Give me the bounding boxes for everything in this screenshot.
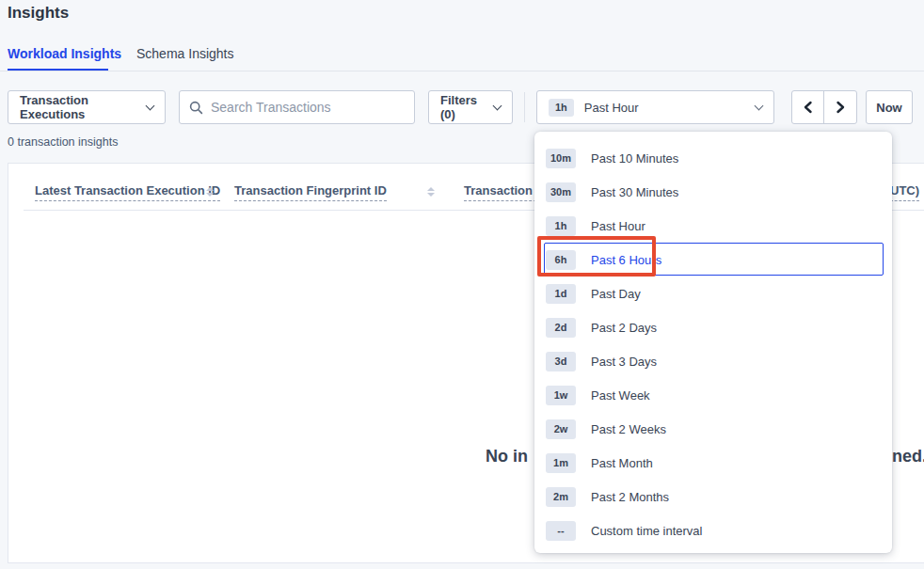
time-option-badge: 30m [546, 182, 576, 202]
sort-icon[interactable] [206, 187, 214, 197]
time-interval-option[interactable]: 30m Past 30 Minutes [534, 175, 892, 209]
time-option-label: Past 2 Days [591, 321, 657, 335]
page-title: Insights [8, 4, 69, 23]
time-option-badge: 2m [546, 487, 576, 507]
time-option-label: Past 2 Weeks [591, 422, 666, 436]
time-next-button[interactable] [824, 91, 856, 123]
search-input[interactable] [211, 100, 405, 115]
sort-icon[interactable] [427, 187, 435, 197]
time-option-label: Past 30 Minutes [591, 185, 678, 199]
tab-schema-insights[interactable]: Schema Insights [136, 46, 234, 61]
empty-state-text-right: ned. [892, 447, 924, 466]
time-option-label: Past 6 Hours [591, 253, 661, 267]
tabs-divider [0, 71, 924, 71]
time-interval-option[interactable]: 2m Past 2 Months [534, 480, 892, 514]
time-nav-arrows [791, 90, 857, 124]
time-option-badge: 10m [546, 149, 576, 168]
workload-type-label: Transaction Executions [20, 93, 137, 121]
time-interval-option[interactable]: 1h Past Hour [534, 209, 892, 243]
time-interval-picker[interactable]: 1h Past Hour [536, 90, 774, 124]
column-header-latest-transaction-execution-id[interactable]: Latest Transaction Execution ID [35, 183, 220, 201]
time-option-badge: 1d [546, 284, 576, 304]
time-option-badge: -- [546, 521, 576, 541]
chevron-left-icon [803, 101, 814, 114]
time-interval-label: Past Hour [584, 101, 746, 115]
time-option-badge: 1m [546, 453, 576, 473]
time-option-badge: 1w [546, 386, 576, 405]
workload-type-dropdown-button[interactable]: Transaction Executions [8, 90, 166, 124]
chevron-down-icon [146, 101, 155, 110]
chevron-down-icon [755, 101, 764, 110]
time-interval-option[interactable]: 3d Past 3 Days [534, 344, 892, 378]
filters-button[interactable]: Filters (0) [428, 90, 513, 124]
time-interval-option[interactable]: 2w Past 2 Weeks [534, 412, 892, 446]
time-option-badge: 2d [546, 318, 576, 338]
time-option-label: Past Month [591, 456, 653, 470]
column-header-utc-truncated[interactable]: UTC) [890, 183, 919, 201]
filters-label: Filters (0) [440, 93, 485, 121]
tab-workload-insights[interactable]: Workload Insights [8, 46, 121, 61]
time-option-label: Past 2 Months [591, 490, 669, 504]
time-interval-option[interactable]: 1d Past Day [534, 277, 892, 310]
time-option-label: Past Hour [591, 219, 645, 233]
time-interval-option[interactable]: 2d Past 2 Days [534, 310, 892, 344]
now-label: Now [876, 101, 901, 115]
search-box[interactable] [179, 90, 415, 124]
time-interval-badge: 1h [549, 99, 574, 117]
insights-count-text: 0 transaction insights [8, 135, 118, 149]
time-option-badge: 3d [546, 352, 576, 371]
time-option-badge: 1h [546, 216, 576, 236]
chevron-down-icon [493, 101, 502, 110]
time-option-badge: 6h [546, 250, 576, 270]
time-option-label: Past Week [591, 388, 650, 403]
time-option-label: Past 3 Days [591, 355, 657, 369]
time-option-label: Past Day [591, 287, 641, 301]
time-interval-dropdown-menu: 10m Past 10 Minutes 30m Past 30 Minutes … [534, 132, 892, 553]
time-prev-button[interactable] [792, 91, 824, 123]
time-option-label: Past 10 Minutes [591, 151, 678, 166]
time-interval-option[interactable]: 1w Past Week [534, 378, 892, 412]
empty-state-text-left: No in [486, 447, 528, 466]
column-header-transaction-fingerprint-id[interactable]: Transaction Fingerprint ID [234, 183, 387, 201]
time-option-badge: 2w [546, 419, 576, 439]
toolbar-divider [524, 92, 525, 122]
now-button[interactable]: Now [866, 90, 913, 124]
chevron-right-icon [835, 101, 846, 114]
insights-page: Insights Workload Insights Schema Insigh… [0, 0, 924, 569]
time-interval-option[interactable]: 1m Past Month [534, 446, 892, 480]
search-icon [189, 101, 203, 115]
time-interval-option[interactable]: -- Custom time interval [534, 514, 892, 547]
time-interval-option[interactable]: 10m Past 10 Minutes [534, 141, 892, 175]
time-option-label: Custom time interval [591, 524, 702, 538]
time-interval-option[interactable]: 6h Past 6 Hours [534, 243, 892, 277]
